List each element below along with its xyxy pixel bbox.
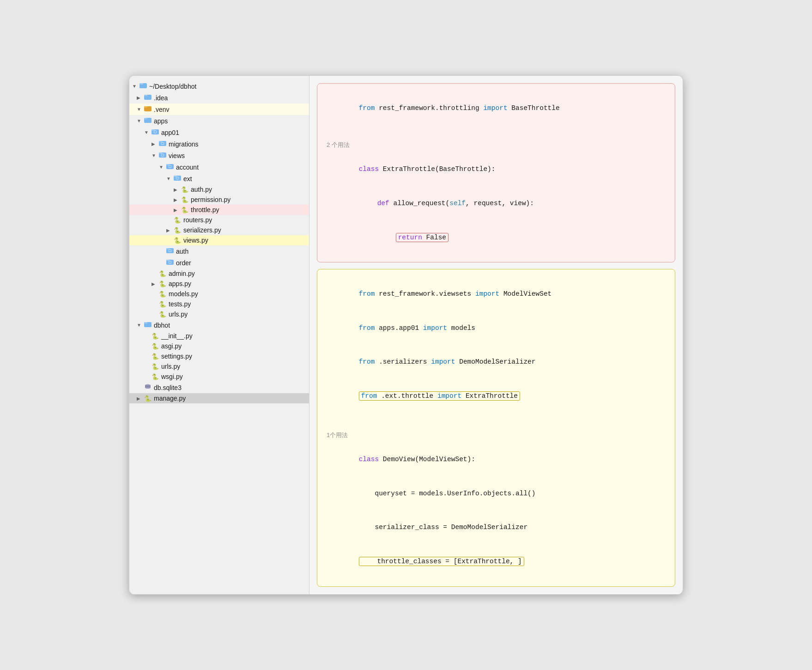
tree-permission-py[interactable]: 🐍 permission.py <box>129 195 309 205</box>
tree-manage-py[interactable]: 🐍 manage.py <box>129 393 309 403</box>
tree-apps-py[interactable]: 🐍 apps.py <box>129 279 309 289</box>
tree-db-sqlite3[interactable]: db.sqlite3 <box>129 382 309 393</box>
manage-py-label: manage.py <box>154 395 186 402</box>
tree-serializers-py[interactable]: 🐍 serializers.py <box>129 225 309 235</box>
panel1-import-text1: rest_framework.throttling <box>375 104 483 112</box>
throttle-arrow <box>174 207 179 213</box>
tree-admin-py[interactable]: 🐍 admin.py <box>129 268 309 279</box>
idea-arrow <box>137 95 142 100</box>
tree-app01[interactable]: app01 <box>129 127 309 138</box>
panel1-def-line: def allow_request(self, request, view): <box>327 186 666 220</box>
panel2-line2: from apps.app01 import models <box>327 311 666 345</box>
init-py-icon: 🐍 <box>151 332 159 340</box>
admin-py-label: admin.py <box>169 270 195 277</box>
permission-arrow <box>174 197 179 202</box>
tree-apps[interactable]: apps <box>129 115 309 127</box>
panel1-return-kw: return <box>398 234 422 241</box>
panel1-def-text1: allow_request( <box>389 200 450 207</box>
tree-urls2-py[interactable]: 🐍 urls.py <box>129 361 309 372</box>
tree-urls-py[interactable]: 🐍 urls.py <box>129 309 309 319</box>
panel2-import1-kw: import <box>475 290 499 298</box>
panel1-return-highlighted: return False <box>396 233 448 242</box>
apps-label: apps <box>154 117 168 125</box>
tree-routers-py[interactable]: 🐍 routers.py <box>129 215 309 225</box>
apps-py-arrow <box>151 281 157 286</box>
routers-py-label: routers.py <box>183 216 212 224</box>
tree-root[interactable]: ~/Desktop/dbhot <box>129 80 309 92</box>
file-tree-sidebar: ~/Desktop/dbhot .idea .venv apps <box>129 76 309 594</box>
wsgi-py-icon: 🐍 <box>151 373 159 380</box>
panel2-from1-kw: from <box>359 290 375 298</box>
app01-arrow <box>144 130 150 135</box>
tree-auth-folder[interactable]: auth <box>129 245 309 257</box>
panel1-return-line: return False <box>327 220 666 255</box>
views-arrow <box>151 153 157 158</box>
root-arrow <box>132 84 138 89</box>
panel1-return-text: False <box>422 234 446 241</box>
tree-idea[interactable]: .idea <box>129 92 309 104</box>
panel2-throttle-line: throttle_classes = [ExtraThrottle, ] <box>327 545 666 579</box>
tree-views-py[interactable]: 🐍 views.py <box>129 235 309 245</box>
panel1-class-line: class ExtraThrottle(BaseThrottle): <box>327 152 666 186</box>
panel1-blank1 <box>327 125 666 140</box>
tree-asgi-py[interactable]: 🐍 asgi.py <box>129 341 309 351</box>
tree-throttle-py[interactable]: 🐍 throttle.py <box>129 205 309 215</box>
svg-rect-17 <box>159 152 162 154</box>
init-py-label: __init__.py <box>161 332 193 340</box>
tree-models-py[interactable]: 🐍 models.py <box>129 289 309 299</box>
order-folder-label: order <box>176 259 191 267</box>
db-sqlite3-label: db.sqlite3 <box>154 384 182 391</box>
panel2-throttle-highlighted: throttle_classes = [ExtraThrottle, ] <box>359 557 524 566</box>
permission-py-icon: 🐍 <box>181 196 188 203</box>
svg-point-15 <box>162 143 164 145</box>
apps-folder-icon <box>144 116 151 125</box>
panel1-from-kw: from <box>359 104 375 112</box>
serializers-py-icon: 🐍 <box>174 226 181 234</box>
admin-py-icon: 🐍 <box>159 270 166 277</box>
views-code-panel: from rest_framework.viewsets import Mode… <box>317 269 675 587</box>
views-label: views <box>169 152 185 159</box>
models-py-label: models.py <box>169 290 198 298</box>
panel2-class-kw: class <box>359 456 379 463</box>
panel2-line1-text1: rest_framework.viewsets <box>375 290 475 298</box>
apps-py-icon: 🐍 <box>159 280 166 287</box>
account-folder-icon <box>166 163 174 171</box>
tree-views[interactable]: views <box>129 150 309 161</box>
tree-migrations[interactable]: migrations <box>129 138 309 150</box>
urls-py-label: urls.py <box>169 311 188 318</box>
venv-arrow <box>137 107 142 112</box>
tree-venv[interactable]: .venv <box>129 104 309 115</box>
tree-ext[interactable]: ext <box>129 173 309 184</box>
settings-py-label: settings.py <box>161 353 192 360</box>
tree-tests-py[interactable]: 🐍 tests.py <box>129 299 309 309</box>
tree-dbhot[interactable]: dbhot <box>129 319 309 331</box>
permission-py-label: permission.py <box>191 196 230 203</box>
dbhot-label: dbhot <box>154 322 170 329</box>
tree-account[interactable]: account <box>129 161 309 173</box>
account-label: account <box>176 164 199 171</box>
tree-init-py[interactable]: 🐍 __init__.py <box>129 331 309 341</box>
ext-folder-icon <box>174 174 181 183</box>
panel1-class-text: ExtraThrottle(BaseThrottle): <box>379 165 495 173</box>
panel2-queryset-line: queryset = models.UserInfo.objects.all() <box>327 476 666 511</box>
panel2-serializer-text: serializer_class = DemoModelSerializer <box>359 524 527 531</box>
svg-rect-3 <box>144 95 147 96</box>
svg-rect-25 <box>174 176 177 177</box>
tree-wsgi-py[interactable]: 🐍 wsgi.py <box>129 372 309 382</box>
auth-folder-label: auth <box>176 248 188 255</box>
panel2-blank1 <box>327 414 666 430</box>
tree-auth-py[interactable]: 🐍 auth.py <box>129 184 309 195</box>
panel2-line1: from rest_framework.viewsets import Mode… <box>327 277 666 311</box>
views-py-label: views.py <box>183 237 208 244</box>
urls-py-icon: 🐍 <box>159 311 166 318</box>
panel1-self-kw: self <box>449 200 466 207</box>
tree-settings-py[interactable]: 🐍 settings.py <box>129 351 309 361</box>
account-arrow <box>159 164 164 170</box>
svg-point-23 <box>169 166 171 168</box>
panel2-from3-kw: from <box>359 358 375 365</box>
views-folder-icon <box>159 151 166 160</box>
svg-rect-5 <box>144 106 147 108</box>
tree-order-folder[interactable]: order <box>129 257 309 268</box>
dbhot-arrow <box>137 323 142 328</box>
panel2-import3-kw: import <box>431 358 455 365</box>
